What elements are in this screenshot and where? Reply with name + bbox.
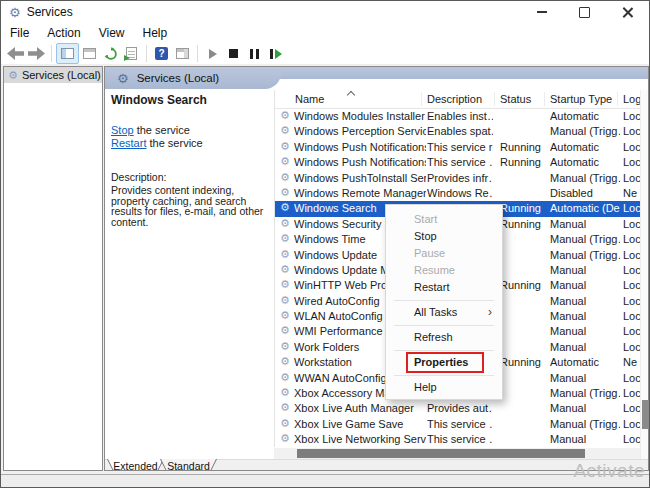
close-icon — [622, 7, 633, 18]
cell-start: Manual (Trigg… — [550, 418, 620, 430]
column-header-description[interactable]: Description — [427, 93, 482, 105]
menu-item-label: Restart — [414, 281, 449, 293]
cell-log: Loc — [623, 110, 641, 122]
menu-action[interactable]: Action — [38, 26, 89, 40]
column-header-status[interactable]: Status — [500, 93, 531, 105]
context-menu: StartStopPauseResumeRestartAll Tasks›Ref… — [385, 204, 503, 400]
cell-log: Loc — [623, 202, 641, 214]
view-tab-row: Extended Standard — [105, 459, 648, 471]
service-detail-panel: Windows Search Stop the service Restart … — [111, 91, 273, 227]
menu-item-stop[interactable]: Stop — [386, 228, 502, 245]
vertical-scrollbar[interactable] — [640, 90, 649, 459]
start-service-button[interactable] — [202, 44, 223, 63]
toolbar — [1, 43, 649, 65]
table-row[interactable]: ⚙Windows Push Notifications…This service… — [275, 155, 640, 170]
menu-view[interactable]: View — [90, 26, 134, 40]
menu-item-properties[interactable]: Properties — [386, 354, 502, 371]
table-row[interactable]: ⚙Xbox Live Game SaveThis service …Manual… — [275, 417, 640, 432]
forward-button[interactable] — [26, 44, 47, 63]
horizontal-scrollbar[interactable] — [274, 448, 640, 459]
cell-log: Loc — [623, 341, 641, 353]
refresh-icon — [104, 47, 118, 61]
tab-standard-label: Standard — [161, 459, 216, 471]
stop-service-link[interactable]: Stop — [111, 124, 134, 136]
cell-start: Automatic — [550, 356, 620, 368]
table-row[interactable]: ⚙Xbox Live Auth ManagerProvides aut…Manu… — [275, 401, 640, 416]
column-divider[interactable] — [617, 92, 618, 106]
service-gear-icon: ⚙ — [280, 356, 290, 367]
cell-start: Automatic — [550, 141, 620, 153]
cell-log: Loc — [623, 156, 641, 168]
table-row[interactable]: ⚙Windows PushToInstall Servi…Provides in… — [275, 171, 640, 186]
cell-status: Running — [500, 141, 546, 153]
show-action-pane-button[interactable] — [172, 44, 193, 63]
table-row[interactable]: ⚙Xbox Live Networking ServiceThis servic… — [275, 432, 640, 447]
restart-service-link[interactable]: Restart — [111, 137, 146, 149]
cell-desc: This service … — [427, 156, 493, 168]
help-toolbar-button[interactable] — [151, 44, 172, 63]
table-row[interactable]: ⚙Windows Push Notifications…This service… — [275, 140, 640, 155]
column-header-log-on-as[interactable]: Log — [623, 93, 641, 105]
description-label: Description: — [111, 171, 273, 183]
maximize-icon — [579, 7, 590, 18]
menu-separator — [394, 375, 494, 376]
menu-item-label: All Tasks — [414, 306, 457, 318]
cell-desc: This service r… — [427, 141, 493, 153]
services-app-icon: ⚙ — [9, 6, 21, 19]
cell-desc: Provides infr… — [427, 172, 493, 184]
menu-item-pause: Pause — [386, 245, 502, 262]
minimize-icon — [537, 11, 547, 13]
service-gear-icon: ⚙ — [280, 279, 290, 290]
tab-extended[interactable]: Extended — [107, 459, 164, 471]
pause-service-button[interactable] — [244, 44, 265, 63]
service-gear-icon: ⚙ — [280, 172, 290, 183]
tree-item-services-local[interactable]: ⚙ Services (Local) — [4, 67, 102, 83]
service-gear-icon: ⚙ — [280, 402, 290, 413]
console-tree-icon — [61, 48, 74, 59]
menu-separator — [394, 325, 494, 326]
service-gear-icon: ⚙ — [280, 110, 290, 121]
service-gear-icon: ⚙ — [280, 125, 290, 136]
properties-window-icon — [83, 48, 96, 59]
column-divider[interactable] — [421, 92, 422, 106]
table-row[interactable]: ⚙Windows Perception ServiceEnables spat…… — [275, 124, 640, 139]
stop-service-button[interactable] — [223, 44, 244, 63]
service-gear-icon: ⚙ — [280, 141, 290, 152]
column-header-startup-type[interactable]: Startup Type — [550, 93, 612, 105]
cell-name: Windows Perception Service — [294, 125, 426, 137]
table-row[interactable]: ⚙Windows Modules InstallerEnables inst…A… — [275, 109, 640, 124]
properties-toolbar-button[interactable] — [79, 44, 100, 63]
show-console-tree-button[interactable] — [56, 43, 79, 64]
restart-service-button[interactable] — [265, 44, 286, 63]
minimize-button[interactable] — [520, 1, 563, 23]
table-row[interactable]: ⚙Windows Remote Managem…Windows Re…Disab… — [275, 186, 640, 201]
vertical-scrollbar-thumb[interactable] — [642, 400, 649, 429]
menu-item-label: Start — [414, 213, 437, 225]
menu-item-all-tasks[interactable]: All Tasks› — [386, 304, 502, 321]
close-button[interactable] — [606, 1, 649, 23]
column-divider[interactable] — [494, 92, 495, 106]
back-button[interactable] — [5, 44, 26, 63]
menu-help[interactable]: Help — [134, 26, 177, 40]
export-list-button[interactable] — [121, 44, 142, 63]
cell-name: Windows Push Notifications… — [294, 141, 426, 153]
column-divider[interactable] — [544, 92, 545, 106]
cell-status: Running — [500, 218, 546, 230]
window-controls — [520, 1, 649, 23]
horizontal-scrollbar-thumb[interactable] — [297, 449, 585, 458]
cell-start: Manual (Trigg… — [550, 249, 620, 261]
menu-file[interactable]: File — [1, 26, 38, 40]
column-header-name[interactable]: Name — [295, 93, 324, 105]
maximize-button[interactable] — [563, 1, 606, 23]
title-bar: ⚙ Services — [1, 1, 649, 23]
menu-item-restart[interactable]: Restart — [386, 279, 502, 296]
menu-item-refresh[interactable]: Refresh — [386, 329, 502, 346]
restart-service-suffix: the service — [146, 137, 202, 149]
refresh-button[interactable] — [100, 44, 121, 63]
menu-item-help[interactable]: Help — [386, 379, 502, 396]
stop-service-line: Stop the service — [111, 124, 273, 137]
tree-item-label: Services (Local) — [22, 69, 101, 81]
tab-standard[interactable]: Standard — [160, 459, 217, 471]
cell-start: Manual — [550, 402, 620, 414]
cell-desc: This service … — [427, 418, 493, 430]
